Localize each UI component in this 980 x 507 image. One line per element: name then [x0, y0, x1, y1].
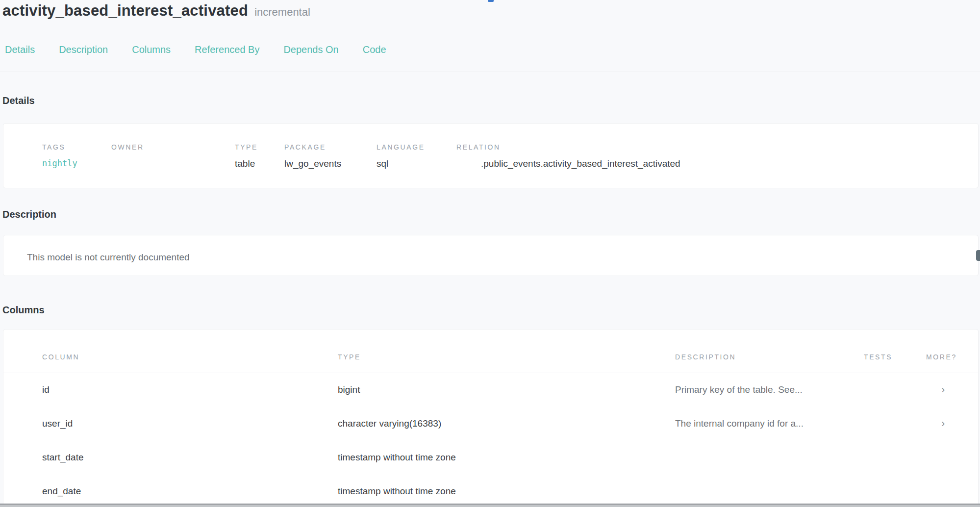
- field-relation-label: RELATION: [456, 143, 978, 152]
- field-package-value: lw_go_events: [284, 158, 377, 169]
- cell-type: timestamp without time zone: [338, 440, 675, 474]
- header-description: DESCRIPTION: [675, 330, 864, 373]
- columns-section: Columns COLUMN TYPE DESCRIPTION TESTS MO…: [0, 304, 980, 507]
- tab-description[interactable]: Description: [59, 44, 108, 55]
- section-nav: Details Description Columns Referenced B…: [5, 44, 980, 55]
- cell-description: The internal company id for a...: [675, 406, 864, 440]
- tab-depends-on[interactable]: Depends On: [283, 44, 338, 55]
- description-section-heading: Description: [2, 209, 980, 220]
- tab-referenced-by[interactable]: Referenced By: [195, 44, 259, 55]
- field-owner: OWNER: [111, 143, 235, 188]
- description-section: Description This model is not currently …: [0, 209, 980, 276]
- details-section-heading: Details: [2, 95, 980, 106]
- tag-nightly[interactable]: nightly: [42, 158, 111, 169]
- column-row-end-date[interactable]: end_date timestamp without time zone: [3, 474, 978, 507]
- field-tags-label: TAGS: [42, 143, 111, 152]
- header-tests: TESTS: [864, 330, 926, 373]
- cell-type: character varying(16383): [338, 406, 675, 440]
- description-text: This model is not currently documented: [27, 252, 978, 263]
- field-package-label: PACKAGE: [284, 143, 377, 152]
- details-card: TAGS nightly OWNER TYPE table PACKAGE lw…: [3, 123, 979, 188]
- field-type-value: table: [235, 158, 284, 169]
- details-section: Details TAGS nightly OWNER TYPE table PA…: [0, 95, 980, 188]
- page-title: activity_based_interest_activated: [2, 1, 248, 21]
- cell-tests: [864, 373, 926, 406]
- columns-table: COLUMN TYPE DESCRIPTION TESTS MORE? id b…: [3, 330, 978, 507]
- cell-description: [675, 474, 864, 507]
- columns-section-heading: Columns: [2, 304, 980, 316]
- cell-column: user_id: [3, 406, 338, 440]
- field-owner-label: OWNER: [111, 143, 235, 152]
- clipped-edge-button[interactable]: [976, 250, 980, 261]
- cell-column: end_date: [3, 474, 338, 507]
- field-type-label: TYPE: [235, 143, 284, 152]
- cell-column: id: [3, 373, 338, 406]
- columns-card: COLUMN TYPE DESCRIPTION TESTS MORE? id b…: [3, 329, 979, 507]
- field-relation: RELATION .public_events.activity_based_i…: [456, 143, 978, 188]
- field-relation-value: .public_events.activity_based_interest_a…: [456, 158, 978, 169]
- tab-columns[interactable]: Columns: [132, 44, 171, 55]
- field-language-value: sql: [377, 158, 456, 169]
- column-row-start-date[interactable]: start_date timestamp without time zone: [3, 440, 978, 474]
- header-type: TYPE: [338, 330, 675, 373]
- cell-tests: [864, 440, 926, 474]
- field-language-label: LANGUAGE: [377, 143, 456, 152]
- header-column: COLUMN: [3, 330, 338, 373]
- model-title-row: activity_based_interest_activated increm…: [2, 1, 980, 22]
- header-more: MORE?: [926, 330, 978, 373]
- model-header: activity_based_interest_activated increm…: [0, 0, 980, 55]
- field-package: PACKAGE lw_go_events: [284, 143, 377, 188]
- column-row-id[interactable]: id bigint Primary key of the table. See.…: [3, 373, 978, 406]
- field-language: LANGUAGE sql: [377, 143, 456, 188]
- tab-details[interactable]: Details: [5, 44, 35, 55]
- cell-type: timestamp without time zone: [338, 474, 675, 507]
- cell-description: Primary key of the table. See...: [675, 373, 864, 406]
- chevron-right-icon[interactable]: ›: [941, 383, 945, 396]
- cell-type: bigint: [338, 373, 675, 406]
- cell-description: [675, 440, 864, 474]
- columns-table-header-row: COLUMN TYPE DESCRIPTION TESTS MORE?: [3, 330, 978, 373]
- header-divider: [0, 72, 980, 72]
- tab-code[interactable]: Code: [363, 44, 386, 55]
- horizontal-scrollbar[interactable]: [0, 504, 980, 507]
- chevron-right-icon[interactable]: ›: [941, 417, 945, 430]
- cell-tests: [864, 474, 926, 507]
- cell-tests: [864, 406, 926, 440]
- field-type: TYPE table: [235, 143, 284, 188]
- column-row-user-id[interactable]: user_id character varying(16383) The int…: [3, 406, 978, 440]
- field-tags: TAGS nightly: [42, 143, 111, 188]
- clipped-link-fragment: [488, 0, 494, 2]
- model-type-badge: incremental: [254, 2, 310, 22]
- description-card: This model is not currently documented: [3, 235, 979, 276]
- cell-column: start_date: [3, 440, 338, 474]
